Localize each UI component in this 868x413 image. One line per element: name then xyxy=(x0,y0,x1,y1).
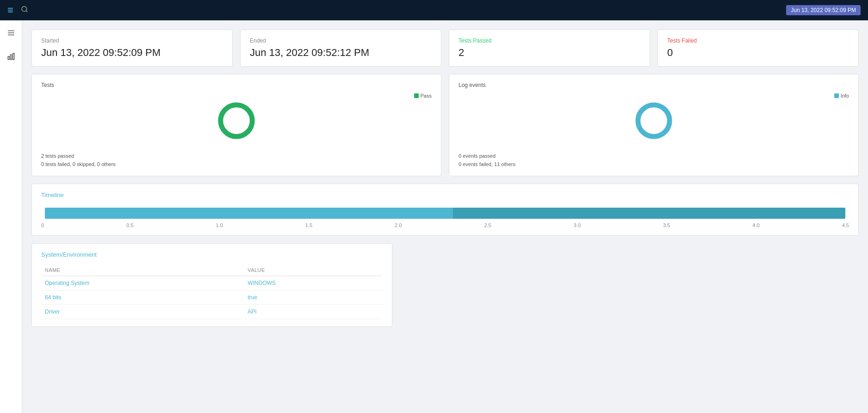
log-footer-line2: 0 events failed, 11 others xyxy=(459,160,849,169)
sysenv-card: System/Environment NAME VALUE Operating … xyxy=(31,243,392,327)
sidebar-menu-icon[interactable] xyxy=(4,26,18,42)
timeline-bar-area xyxy=(41,208,849,219)
tests-chart-area: Pass xyxy=(41,93,432,148)
sysenv-table: NAME VALUE Operating SystemWINDOWS64 bit… xyxy=(41,265,383,319)
log-chart-title: Log events xyxy=(459,82,849,88)
sysenv-row: 64 bitstrue xyxy=(41,290,383,305)
log-donut xyxy=(633,100,675,142)
sysenv-cell-value: WINDOWS xyxy=(244,276,383,290)
card-tests-failed-value: 0 xyxy=(667,47,849,59)
sysenv-row: Operating SystemWINDOWS xyxy=(41,276,383,290)
card-started: Started Jun 13, 2022 09:52:09 PM xyxy=(31,30,233,67)
log-footer-line1: 0 events passed xyxy=(459,152,849,160)
sysenv-cell-name: Operating System xyxy=(41,276,244,290)
tests-footer-line1: 2 tests passed xyxy=(41,152,432,160)
timeline-bar-light xyxy=(45,208,453,219)
search-icon[interactable] xyxy=(21,6,28,15)
card-ended-label: Ended xyxy=(250,37,432,44)
sysenv-col-name: NAME xyxy=(41,265,244,276)
sidebar-chart-icon[interactable] xyxy=(4,49,18,66)
card-ended-value: Jun 13, 2022 09:52:12 PM xyxy=(250,47,432,59)
sysenv-col-value: VALUE xyxy=(244,265,383,276)
axis-2-0: 2.0 xyxy=(395,222,402,228)
log-legend-box xyxy=(834,93,839,98)
card-tests-failed-label: Tests Failed xyxy=(667,37,849,44)
summary-cards-row: Started Jun 13, 2022 09:52:09 PM Ended J… xyxy=(31,30,859,67)
svg-rect-6 xyxy=(10,55,12,60)
timeline-card: Timeline 0 0.5 1.0 1.5 2.0 2.5 3.0 3.5 4… xyxy=(31,184,859,236)
tests-chart-footer: 2 tests passed 0 tests failed, 0 skipped… xyxy=(41,152,432,168)
sysenv-row: DriverAPI xyxy=(41,305,383,319)
main-content: Started Jun 13, 2022 09:52:09 PM Ended J… xyxy=(22,20,868,413)
card-tests-passed-label: Tests Passed xyxy=(459,37,640,44)
log-chart-card: Log events Info 0 events passed 0 events… xyxy=(449,74,859,176)
svg-point-0 xyxy=(22,6,27,12)
log-chart-area: Info xyxy=(459,93,849,148)
card-tests-passed-value: 2 xyxy=(459,47,640,59)
axis-1-0: 1.0 xyxy=(216,222,223,228)
topnav: ≡ Jun 13, 2022 09:52:09 PM xyxy=(0,0,868,20)
card-started-label: Started xyxy=(41,37,223,44)
sidebar xyxy=(0,20,22,413)
sysenv-cell-value: API xyxy=(244,305,383,319)
svg-rect-5 xyxy=(8,56,9,60)
sysenv-title: System/Environment xyxy=(41,251,383,258)
log-chart-footer: 0 events passed 0 events failed, 11 othe… xyxy=(459,152,849,168)
sysenv-cell-name: Driver xyxy=(41,305,244,319)
card-tests-passed: Tests Passed 2 xyxy=(449,30,650,67)
axis-0: 0 xyxy=(41,222,44,228)
axis-3-5: 3.5 xyxy=(663,222,670,228)
tests-chart-legend: Pass xyxy=(414,93,432,99)
tests-footer-line2: 0 tests failed, 0 skipped, 0 others xyxy=(41,160,432,169)
axis-2-5: 2.5 xyxy=(484,222,491,228)
svg-point-9 xyxy=(638,105,670,136)
sysenv-cell-value: true xyxy=(244,290,383,305)
svg-point-8 xyxy=(221,105,252,136)
axis-4-0: 4.0 xyxy=(752,222,759,228)
axis-3-0: 3.0 xyxy=(574,222,581,228)
charts-row: Tests Pass 2 tests passed 0 tests failed… xyxy=(31,74,859,176)
svg-line-1 xyxy=(26,11,27,12)
sysenv-cell-name: 64 bits xyxy=(41,290,244,305)
tests-legend-label: Pass xyxy=(421,93,432,99)
tests-chart-card: Tests Pass 2 tests passed 0 tests failed… xyxy=(31,74,441,176)
card-ended: Ended Jun 13, 2022 09:52:12 PM xyxy=(240,30,441,67)
tests-donut xyxy=(216,100,257,142)
card-started-value: Jun 13, 2022 09:52:09 PM xyxy=(41,47,223,59)
card-tests-failed: Tests Failed 0 xyxy=(657,30,859,67)
svg-rect-7 xyxy=(12,53,14,60)
timeline-title: Timeline xyxy=(41,191,849,198)
timeline-bars xyxy=(45,208,845,219)
tests-chart-title: Tests xyxy=(41,82,432,88)
timeline-bar-dark xyxy=(453,208,845,219)
tests-legend-box xyxy=(414,93,419,98)
timeline-axis: 0 0.5 1.0 1.5 2.0 2.5 3.0 3.5 4.0 4.5 xyxy=(41,222,849,228)
axis-0-5: 0.5 xyxy=(126,222,133,228)
axis-4-5: 4.5 xyxy=(842,222,849,228)
sysenv-table-header: NAME VALUE xyxy=(41,265,383,276)
topnav-left: ≡ xyxy=(7,4,28,16)
datetime-badge: Jun 13, 2022 09:52:09 PM xyxy=(786,5,861,15)
log-chart-legend: Info xyxy=(834,93,849,99)
logo-icon[interactable]: ≡ xyxy=(7,4,13,16)
axis-1-5: 1.5 xyxy=(305,222,312,228)
log-legend-label: Info xyxy=(841,93,849,99)
